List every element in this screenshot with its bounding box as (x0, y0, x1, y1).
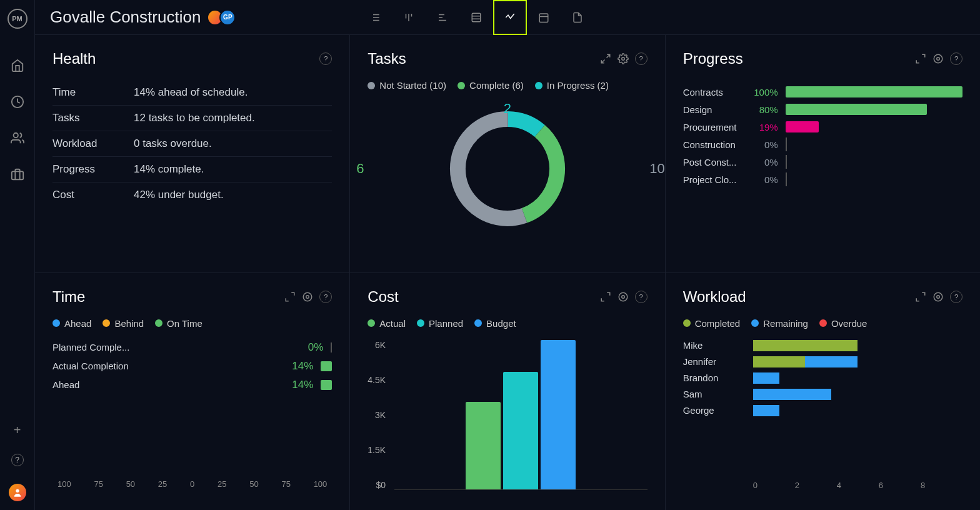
axis-tick: 100 (314, 479, 328, 489)
time-pct: 0% (297, 341, 323, 354)
help-icon[interactable]: ? (635, 52, 648, 65)
briefcase-icon[interactable] (11, 168, 24, 181)
user-avatar-icon[interactable] (9, 484, 26, 501)
workload-segment (753, 405, 779, 416)
progress-pct: 100% (753, 87, 778, 98)
expand-icon[interactable] (915, 53, 926, 64)
axis-tick: 8 (921, 481, 962, 490)
donut-value: 10 (649, 161, 664, 177)
view-dashboard-icon[interactable] (493, 0, 527, 35)
legend-item: Not Started (10) (368, 80, 446, 91)
cost-bar-chart: 6K4.5K3K1.5K$0 (368, 340, 647, 490)
time-label: Actual Completion (52, 361, 152, 371)
workload-row: George (683, 405, 962, 416)
progress-pct: 0% (753, 139, 778, 150)
svg-point-31 (621, 295, 624, 298)
axis-tick: 0 (753, 481, 795, 490)
health-value: 14% ahead of schedule. (134, 86, 248, 99)
progress-pct: 0% (753, 174, 778, 185)
progress-pct: 80% (753, 104, 778, 115)
time-bar (321, 361, 332, 371)
axis-tick: 2 (795, 481, 837, 490)
workload-segment (753, 356, 806, 368)
project-members[interactable]: GP (211, 9, 236, 26)
progress-name: Contracts (683, 87, 746, 98)
view-list-icon[interactable] (358, 0, 392, 35)
view-table-icon[interactable] (459, 0, 493, 35)
gear-icon[interactable] (932, 53, 944, 64)
svg-point-26 (458, 119, 557, 218)
health-label: Workload (52, 138, 134, 150)
panel-title: Tasks (368, 50, 406, 68)
gear-icon[interactable] (618, 53, 629, 64)
add-icon[interactable]: + (14, 423, 21, 438)
svg-point-32 (619, 292, 628, 301)
progress-bar (786, 174, 962, 185)
gear-icon[interactable] (618, 291, 629, 302)
workload-segment (753, 389, 832, 400)
workload-name: Brandon (683, 372, 746, 383)
legend-item: On Time (155, 318, 202, 329)
legend-item: In Progress (2) (535, 80, 609, 91)
svg-point-28 (934, 54, 942, 63)
axis-tick: 6 (879, 481, 921, 490)
progress-bar (786, 121, 962, 132)
member-avatar-icon[interactable]: GP (219, 9, 236, 26)
expand-icon[interactable] (600, 291, 611, 302)
axis-tick: 1.5K (368, 445, 386, 455)
panel-title: Health (52, 50, 96, 68)
axis-tick: 4.5K (368, 375, 386, 385)
home-icon[interactable] (11, 59, 24, 72)
health-row: Progress14% complete. (52, 157, 332, 182)
time-label: Ahead (52, 379, 152, 390)
progress-row: Post Const...0% (683, 156, 962, 168)
svg-line-21 (606, 54, 609, 58)
workload-name: Jennifer (683, 356, 746, 367)
help-icon[interactable]: ? (950, 52, 962, 65)
team-icon[interactable] (11, 131, 24, 145)
expand-icon[interactable] (915, 291, 926, 302)
help-icon[interactable]: ? (635, 291, 648, 303)
clock-icon[interactable] (11, 95, 24, 109)
project-title: Govalle Construction (50, 8, 201, 27)
time-row: Ahead14% (52, 379, 332, 391)
health-row: Tasks12 tasks to be completed. (52, 106, 332, 131)
expand-icon[interactable] (600, 53, 611, 64)
axis-tick: 6K (368, 340, 386, 350)
view-calendar-icon[interactable] (527, 0, 561, 35)
axis-tick: 25 (218, 479, 226, 489)
help-icon[interactable]: ? (950, 291, 962, 303)
time-bar (321, 380, 332, 390)
expand-icon[interactable] (284, 291, 296, 302)
help-icon[interactable]: ? (319, 52, 332, 65)
workload-row: Brandon (683, 372, 962, 384)
help-icon[interactable]: ? (319, 291, 332, 303)
legend-item: Completed (683, 318, 741, 329)
workload-bar (753, 389, 962, 400)
workload-row: Sam (683, 389, 962, 400)
health-panel: Health ? Time14% ahead of schedule.Tasks… (35, 35, 349, 272)
progress-panel: Progress ? Contracts100%Design80%Procure… (666, 35, 980, 272)
axis-tick: 75 (94, 479, 102, 489)
health-row: Time14% ahead of schedule. (52, 80, 332, 106)
health-label: Tasks (52, 112, 134, 124)
legend-item: Overdue (819, 318, 868, 329)
health-row: Workload0 tasks overdue. (52, 131, 332, 157)
progress-bar (786, 86, 962, 98)
panel-title: Cost (368, 288, 398, 306)
view-file-icon[interactable] (561, 0, 594, 35)
help-icon[interactable]: ? (11, 454, 24, 466)
view-gantt-icon[interactable] (426, 0, 459, 35)
view-board-icon[interactable] (392, 0, 426, 35)
svg-point-3 (16, 489, 19, 492)
legend-item: Planned (417, 318, 463, 329)
gear-icon[interactable] (302, 291, 313, 302)
health-value: 42% under budget. (134, 189, 224, 201)
gear-icon[interactable] (932, 291, 944, 302)
svg-line-22 (601, 60, 604, 63)
app-logo[interactable]: PM (8, 9, 28, 29)
workload-bar (753, 356, 962, 368)
time-panel: Time ? AheadBehindOn Time Planned Comple… (35, 273, 349, 511)
tasks-panel: Tasks ? Not Started (10)Complete (6)In P… (350, 35, 664, 272)
cost-panel: Cost ? ActualPlannedBudget 6K4.5K3K1.5K$… (350, 273, 664, 511)
